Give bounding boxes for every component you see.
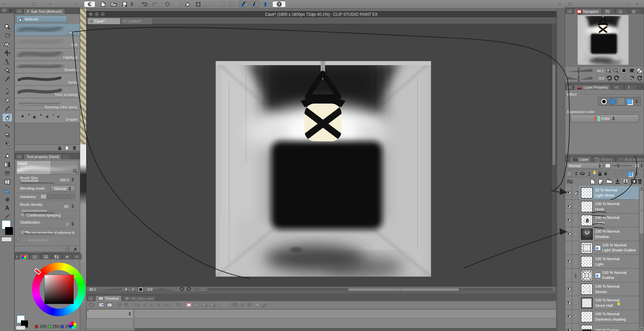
color-slider-tab[interactable] — [29, 254, 41, 259]
undo-icon[interactable] — [140, 1, 149, 7]
information-tab[interactable] — [629, 8, 641, 14]
expression-color-dropdown[interactable]: Color — [571, 114, 639, 123]
visibility-eye-icon[interactable] — [566, 191, 571, 194]
timeline-ruler[interactable] — [135, 309, 556, 319]
subtool-item-shadow[interactable]: Shadow — [15, 61, 80, 73]
palette-dock-icon[interactable] — [567, 179, 573, 184]
fill-effect-icon[interactable] — [609, 98, 615, 105]
new-layer-icon[interactable] — [590, 179, 595, 185]
visibility-eye-icon[interactable] — [566, 232, 571, 236]
filter-spinner[interactable] — [575, 172, 578, 176]
color-menu-icon[interactable]: » — [16, 254, 18, 259]
tone-settings-tab[interactable] — [611, 84, 624, 90]
go-to-end-icon[interactable] — [165, 303, 169, 307]
edit-cel-icon[interactable] — [262, 302, 266, 307]
tool-property-menu-icon[interactable]: » — [16, 154, 22, 159]
effect-spinner[interactable] — [635, 99, 638, 103]
nav-zoom-slider-handle[interactable] — [578, 67, 579, 74]
transparent-swatch[interactable] — [16, 326, 25, 330]
nav-reset-rotation-icon[interactable] — [622, 76, 627, 81]
visibility-eye-icon[interactable] — [566, 287, 571, 291]
balloon-tool[interactable] — [2, 195, 12, 203]
snap-to-ruler-icon[interactable] — [239, 1, 248, 7]
subtool-item-hard[interactable]: Hard — [15, 24, 80, 36]
lock-icon[interactable] — [598, 171, 602, 176]
visibility-eye-icon[interactable] — [566, 301, 571, 304]
hardness-segments[interactable] — [40, 194, 75, 199]
timeline-zoomout-icon[interactable] — [117, 302, 122, 307]
area-scaling-checkbox[interactable]: ✓ — [21, 237, 26, 242]
transfer-down-icon[interactable] — [615, 179, 620, 184]
layer-tab[interactable]: Layer — [570, 156, 592, 162]
go-to-start-icon[interactable] — [136, 303, 139, 307]
new-folder-icon[interactable] — [606, 179, 612, 184]
through-view-icon[interactable] — [580, 172, 585, 176]
subtool-item-running-color-spray[interactable]: Running color spray — [15, 98, 80, 110]
enable-onion-icon[interactable] — [232, 302, 238, 306]
collapse-right-panels-icon[interactable]: « — [559, 1, 561, 6]
layer-row-outline[interactable]: 100 % NormalOutline — [565, 269, 639, 282]
copy-subtool-icon[interactable] — [64, 145, 69, 151]
onion-skin-icon[interactable] — [222, 302, 227, 307]
track-header-spinner[interactable] — [128, 312, 131, 316]
delete-subtool-icon[interactable] — [72, 145, 77, 151]
timeline-menu-icon[interactable]: » — [88, 296, 94, 301]
opacity-slider[interactable] — [612, 166, 632, 166]
layer-mask-thumbnail-icon[interactable] — [595, 245, 601, 250]
layer-thumbnail[interactable] — [581, 215, 593, 226]
subtool-tab[interactable]: Sub Tool [Airbrush] — [23, 8, 65, 14]
right-panel-grip-icon[interactable]: ||| — [568, 2, 572, 5]
layer-row-stone-hall[interactable]: 100 % NormalStone Hall — [565, 296, 639, 310]
operation-tool[interactable] — [2, 58, 12, 66]
statusbar-rotate-cw-icon[interactable] — [186, 287, 192, 291]
layer-scroll-thumb[interactable]: ||| — [640, 191, 643, 234]
rotate-canvas-icon[interactable] — [209, 1, 217, 7]
opacity-spinner[interactable] — [640, 163, 643, 168]
subtool-menu-icon[interactable]: » — [16, 9, 22, 14]
transform-icon[interactable] — [194, 1, 203, 7]
loop-playback-icon[interactable] — [176, 302, 181, 307]
merge-down-icon[interactable] — [623, 179, 628, 184]
collapse-subtool-icon[interactable]: « — [49, 1, 52, 6]
layer-thumbnail[interactable] — [581, 325, 593, 331]
fill-tool[interactable] — [2, 152, 12, 160]
rotate-view-tool[interactable] — [2, 32, 12, 40]
text-tool[interactable]: A — [2, 204, 12, 212]
layer-color-effect-icon[interactable] — [627, 99, 632, 104]
document-tab-lantern[interactable]: Lantern* — [121, 18, 152, 24]
subtool-item-spray[interactable]: Spray — [15, 74, 80, 86]
ruler-link-icon[interactable] — [620, 171, 626, 176]
visibility-eye-icon[interactable] — [566, 219, 571, 222]
color-mixer-icon[interactable] — [69, 322, 76, 329]
flip-canvas-icon[interactable] — [218, 1, 227, 7]
continuous-spraying-checkbox[interactable] — [20, 212, 24, 217]
layer-row-light-shine[interactable]: 32 % NormalLight Shine — [565, 186, 639, 200]
collapse-right-icon[interactable]: » — [636, 1, 639, 6]
color-wheel-tab[interactable] — [19, 254, 29, 259]
statusbar-scroll-left-icon[interactable] — [201, 287, 205, 291]
filter-combo-icon[interactable] — [567, 171, 572, 176]
fill-bucket-icon[interactable] — [183, 1, 192, 7]
gradient-tool[interactable] — [2, 160, 12, 169]
brush-density-spinner[interactable] — [71, 204, 74, 208]
timeline-tracks[interactable] — [135, 319, 556, 328]
play-icon[interactable] — [150, 303, 153, 306]
nav-rotate-cw-icon[interactable] — [614, 76, 620, 81]
help-button[interactable]: ? — [272, 1, 286, 7]
lock-transparent-icon[interactable] — [604, 171, 609, 176]
layer-mask-icon[interactable] — [631, 179, 637, 184]
layer-thumbnail[interactable] — [581, 283, 593, 295]
move-tool[interactable] — [2, 49, 12, 57]
clip-settings-icon[interactable] — [89, 302, 94, 308]
brush-size-slider[interactable] — [21, 180, 54, 183]
transparent-color-swatch[interactable] — [1, 237, 12, 242]
deselect-icon[interactable] — [163, 1, 172, 7]
subview-tab[interactable] — [602, 8, 615, 14]
layer-scrollbar[interactable]: ||| — [639, 186, 644, 331]
timeline-spinner[interactable] — [241, 303, 244, 307]
nav-zoomin-icon[interactable] — [613, 68, 619, 73]
navigator-tab[interactable]: Navigator — [574, 8, 602, 14]
lock-subtool-icon[interactable] — [57, 145, 62, 151]
cel-list-icon[interactable] — [254, 302, 260, 307]
snap-to-grid-icon[interactable] — [261, 1, 270, 7]
